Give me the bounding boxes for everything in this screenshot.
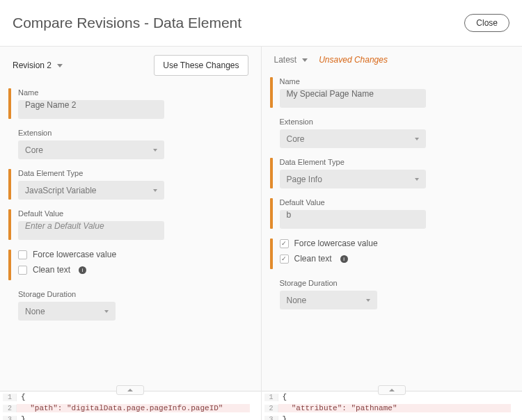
right-pane: Latest Unsaved Changes Name My Special P… xyxy=(261,47,523,420)
force-lowercase-label: Force lowercase value xyxy=(33,250,116,259)
revision-label: Latest xyxy=(274,55,297,65)
storage-value: None xyxy=(287,296,307,305)
force-lowercase-row: Force lowercase value xyxy=(280,239,510,248)
type-label: Data Element Type xyxy=(280,158,510,166)
field-extension: Extension Core xyxy=(8,129,248,159)
code-text: } xyxy=(278,415,512,420)
chevron-down-icon xyxy=(153,189,157,192)
chevron-down-icon xyxy=(153,149,157,152)
extension-select[interactable]: Core xyxy=(280,129,426,148)
field-storage: Storage Duration None xyxy=(8,290,248,321)
code-block: 1 { 2 "path": "digitalData.page.pageInfo… xyxy=(0,391,261,420)
left-code-section: 1 { 2 "path": "digitalData.page.pageInfo… xyxy=(0,391,261,420)
right-form: Name My Special Page Name Extension Core xyxy=(262,73,523,391)
field-storage: Storage Duration None xyxy=(270,279,510,309)
left-form: Name Page Name 2 Extension Core Data El xyxy=(0,84,261,391)
storage-select[interactable]: None xyxy=(280,291,377,309)
chevron-down-icon xyxy=(104,310,109,313)
diff-marker xyxy=(8,129,11,159)
type-select[interactable]: Page Info xyxy=(280,170,426,188)
diff-marker xyxy=(8,290,11,321)
field-checkboxes: Force lowercase value Clean text i xyxy=(8,250,248,280)
type-value: Page Info xyxy=(287,175,322,184)
storage-label: Storage Duration xyxy=(280,279,510,287)
close-button[interactable]: Close xyxy=(464,14,509,32)
right-code-section: 1 { 2 "attribute": "pathname" 3 } xyxy=(262,391,523,420)
info-icon[interactable]: i xyxy=(79,266,86,274)
storage-value: None xyxy=(25,307,45,316)
diff-marker xyxy=(8,88,11,119)
diff-marker xyxy=(8,169,11,200)
code-text: "attribute": "pathname" xyxy=(278,404,512,412)
extension-label: Extension xyxy=(280,118,510,126)
info-icon[interactable]: i xyxy=(340,255,348,263)
chevron-down-icon xyxy=(415,178,419,181)
left-pane-header: Revision 2 Use These Changes xyxy=(0,47,261,84)
extension-value: Core xyxy=(287,134,305,144)
chevron-down-icon xyxy=(57,64,63,67)
name-input[interactable]: My Special Page Name xyxy=(280,89,426,108)
page-header: Compare Revisions - Data Element Close xyxy=(0,0,522,47)
collapse-handle[interactable] xyxy=(116,385,144,395)
line-number: 1 xyxy=(264,394,278,401)
compare-panes: Revision 2 Use These Changes Name Page N… xyxy=(0,47,522,420)
line-number: 1 xyxy=(3,394,17,401)
extension-value: Core xyxy=(25,145,43,155)
revision-selector-left[interactable]: Revision 2 xyxy=(13,60,63,70)
code-text: "path": "digitalData.page.pageInfo.pageI… xyxy=(17,404,250,412)
diff-marker xyxy=(270,198,273,229)
force-lowercase-checkbox[interactable] xyxy=(18,250,27,259)
name-label: Name xyxy=(280,77,510,86)
unsaved-changes-label: Unsaved Changes xyxy=(319,55,388,65)
diff-marker xyxy=(270,239,273,269)
chevron-down-icon xyxy=(415,138,419,140)
line-number: 2 xyxy=(264,405,278,412)
chevron-down-icon xyxy=(302,58,308,62)
default-label: Default Value xyxy=(18,209,248,218)
extension-label: Extension xyxy=(18,129,248,137)
clean-text-label: Clean text xyxy=(294,254,332,264)
field-default: Default Value b xyxy=(270,198,510,229)
revision-selector-right[interactable]: Latest xyxy=(274,55,308,65)
clean-text-checkbox[interactable] xyxy=(18,266,27,275)
force-lowercase-checkbox[interactable] xyxy=(280,239,289,248)
clean-text-row: Clean text i xyxy=(18,265,248,275)
line-number: 3 xyxy=(264,416,278,421)
use-changes-button[interactable]: Use These Changes xyxy=(154,55,248,76)
field-checkboxes: Force lowercase value Clean text i xyxy=(270,239,510,269)
field-extension: Extension Core xyxy=(270,118,510,148)
type-label: Data Element Type xyxy=(18,169,248,177)
field-name: Name My Special Page Name xyxy=(270,77,510,108)
diff-marker xyxy=(270,77,273,108)
default-input[interactable]: Enter a Default Value xyxy=(18,221,164,240)
line-number: 3 xyxy=(3,416,17,421)
force-lowercase-row: Force lowercase value xyxy=(18,250,248,259)
name-label: Name xyxy=(18,88,248,97)
field-name: Name Page Name 2 xyxy=(8,88,248,119)
field-type: Data Element Type JavaScript Variable xyxy=(8,169,248,200)
code-line-2: 2 "path": "digitalData.page.pageInfo.pag… xyxy=(0,403,261,414)
revision-label: Revision 2 xyxy=(13,60,52,70)
diff-marker xyxy=(8,209,11,240)
default-label: Default Value xyxy=(280,198,510,207)
code-block: 1 { 2 "attribute": "pathname" 3 } xyxy=(262,391,523,420)
name-input[interactable]: Page Name 2 xyxy=(18,100,164,119)
page-title: Compare Revisions - Data Element xyxy=(13,15,242,31)
extension-select[interactable]: Core xyxy=(18,140,164,159)
type-value: JavaScript Variable xyxy=(25,186,97,195)
left-pane: Revision 2 Use These Changes Name Page N… xyxy=(0,47,262,420)
diff-marker xyxy=(270,118,273,148)
right-pane-header: Latest Unsaved Changes xyxy=(262,47,523,73)
diff-marker xyxy=(270,158,273,188)
type-select[interactable]: JavaScript Variable xyxy=(18,181,164,200)
code-line-3: 3 } xyxy=(262,414,523,420)
diff-marker xyxy=(270,279,273,309)
code-text: } xyxy=(17,415,250,420)
code-line-3: 3 } xyxy=(0,414,261,420)
default-input[interactable]: b xyxy=(280,210,426,229)
clean-text-checkbox[interactable] xyxy=(280,255,289,264)
storage-select[interactable]: None xyxy=(18,302,116,321)
collapse-handle[interactable] xyxy=(378,385,406,395)
storage-label: Storage Duration xyxy=(18,290,248,298)
diff-marker xyxy=(8,250,11,280)
